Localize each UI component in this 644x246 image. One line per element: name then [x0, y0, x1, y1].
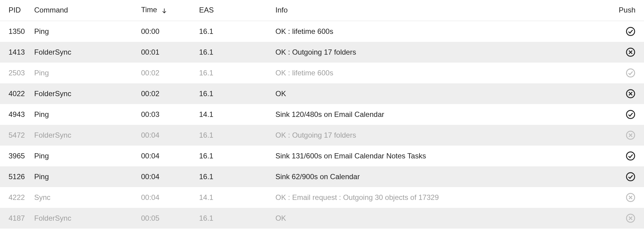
cell-push — [610, 42, 644, 63]
cell-push — [610, 21, 644, 42]
cell-push — [610, 125, 644, 146]
cell-time: 00:02 — [137, 83, 195, 104]
cross-circle-icon — [626, 193, 635, 201]
cell-info: OK : lifetime 600s — [272, 21, 610, 42]
cell-time: 00:04 — [137, 146, 195, 166]
cell-push — [610, 104, 644, 125]
cell-info: OK : Email request : Outgoing 30 objects… — [272, 187, 610, 208]
table-row[interactable]: 3965Ping00:0416.1Sink 131/600s on Email … — [0, 146, 644, 166]
table-header-row: PID Command Time EAS Info Push — [0, 0, 644, 21]
cell-info: OK — [272, 83, 610, 104]
cell-command: Ping — [31, 146, 137, 166]
svg-point-7 — [627, 172, 635, 181]
check-circle-icon — [626, 151, 635, 159]
cell-eas: 16.1 — [195, 83, 272, 104]
check-circle-icon — [626, 68, 635, 76]
check-circle-icon — [626, 172, 635, 180]
cell-time: 00:04 — [137, 166, 195, 187]
cell-time: 00:03 — [137, 104, 195, 125]
cell-command: FolderSync — [31, 125, 137, 146]
cell-time: 00:00 — [137, 21, 195, 42]
cell-pid: 1350 — [0, 21, 31, 42]
cell-command: Ping — [31, 21, 137, 42]
cell-command: Sync — [31, 187, 137, 208]
svg-point-4 — [627, 110, 635, 118]
cell-push — [610, 146, 644, 166]
cell-pid: 4222 — [0, 187, 31, 208]
cell-info: OK — [272, 208, 610, 229]
cell-eas: 16.1 — [195, 125, 272, 146]
table-row[interactable]: 5472FolderSync00:0416.1OK : Outgoing 17 … — [0, 125, 644, 146]
table-row[interactable]: 1413FolderSync00:0116.1OK : Outgoing 17 … — [0, 42, 644, 63]
cell-info: Sink 120/480s on Email Calendar — [272, 104, 610, 125]
cell-eas: 16.1 — [195, 21, 272, 42]
cell-time: 00:05 — [137, 208, 195, 229]
cell-pid: 1413 — [0, 42, 31, 63]
cell-push — [610, 63, 644, 83]
check-circle-icon — [626, 110, 635, 118]
cell-eas: 14.1 — [195, 104, 272, 125]
svg-point-0 — [627, 27, 635, 35]
sort-arrow-down-icon — [161, 6, 168, 15]
cell-command: FolderSync — [31, 83, 137, 104]
cell-eas: 16.1 — [195, 63, 272, 83]
cell-eas: 16.1 — [195, 42, 272, 63]
col-header-info[interactable]: Info — [272, 0, 610, 21]
cell-push — [610, 187, 644, 208]
table-row[interactable]: 4222Sync00:0414.1OK : Email request : Ou… — [0, 187, 644, 208]
cell-pid: 5472 — [0, 125, 31, 146]
col-header-time[interactable]: Time — [137, 0, 195, 21]
cell-command: Ping — [31, 63, 137, 83]
cross-circle-icon — [626, 130, 635, 139]
cell-push — [610, 208, 644, 229]
svg-point-6 — [627, 152, 635, 160]
cell-info: OK : lifetime 600s — [272, 63, 610, 83]
col-header-time-label: Time — [141, 5, 157, 14]
cross-circle-icon — [626, 89, 635, 97]
col-header-eas[interactable]: EAS — [195, 0, 272, 21]
col-header-push[interactable]: Push — [610, 0, 644, 21]
cell-time: 00:04 — [137, 125, 195, 146]
cell-eas: 14.1 — [195, 187, 272, 208]
cell-pid: 4022 — [0, 83, 31, 104]
table-row[interactable]: 4022FolderSync00:0216.1OK — [0, 83, 644, 104]
cell-command: FolderSync — [31, 42, 137, 63]
cell-push — [610, 83, 644, 104]
table-row[interactable]: 4943Ping00:0314.1Sink 120/480s on Email … — [0, 104, 644, 125]
cross-circle-icon — [626, 47, 635, 56]
cell-command: FolderSync — [31, 208, 137, 229]
cross-circle-icon — [626, 213, 635, 222]
cell-command: Ping — [31, 166, 137, 187]
cell-time: 00:01 — [137, 42, 195, 63]
cell-time: 00:04 — [137, 187, 195, 208]
table-row[interactable]: 5126Ping00:0416.1Sink 62/900s on Calenda… — [0, 166, 644, 187]
cell-eas: 16.1 — [195, 166, 272, 187]
cell-pid: 2503 — [0, 63, 31, 83]
cell-pid: 4943 — [0, 104, 31, 125]
eas-log-table: PID Command Time EAS Info Push 1350Ping0… — [0, 0, 644, 229]
check-circle-icon — [626, 27, 635, 35]
cell-command: Ping — [31, 104, 137, 125]
cell-eas: 16.1 — [195, 208, 272, 229]
cell-info: OK : Outgoing 17 folders — [272, 125, 610, 146]
cell-pid: 4187 — [0, 208, 31, 229]
cell-info: Sink 62/900s on Calendar — [272, 166, 610, 187]
cell-eas: 16.1 — [195, 146, 272, 166]
cell-time: 00:02 — [137, 63, 195, 83]
cell-pid: 5126 — [0, 166, 31, 187]
cell-push — [610, 166, 644, 187]
cell-info: Sink 131/600s on Email Calendar Notes Ta… — [272, 146, 610, 166]
cell-pid: 3965 — [0, 146, 31, 166]
table-row[interactable]: 2503Ping00:0216.1OK : lifetime 600s — [0, 63, 644, 83]
svg-point-2 — [627, 69, 635, 77]
table-row[interactable]: 4187FolderSync00:0516.1OK — [0, 208, 644, 229]
table-row[interactable]: 1350Ping00:0016.1OK : lifetime 600s — [0, 21, 644, 42]
cell-info: OK : Outgoing 17 folders — [272, 42, 610, 63]
col-header-command[interactable]: Command — [31, 0, 137, 21]
col-header-pid[interactable]: PID — [0, 0, 31, 21]
